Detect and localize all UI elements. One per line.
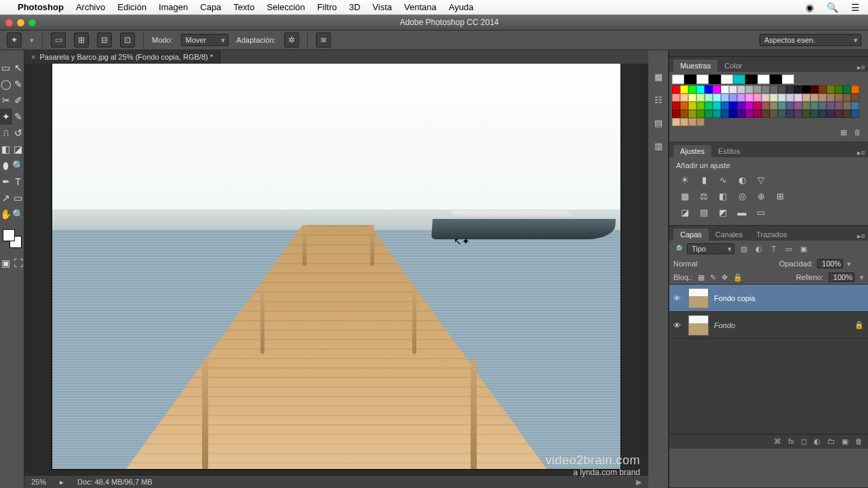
swatch[interactable] <box>786 94 794 102</box>
swatch[interactable] <box>737 85 745 94</box>
swatch[interactable] <box>802 94 810 102</box>
delete-swatch-icon[interactable]: 🗑 <box>854 128 861 137</box>
swatch[interactable] <box>851 94 859 102</box>
gradient-tool-icon[interactable]: ◪ <box>12 141 24 157</box>
filter-search-icon[interactable]: 🔎 <box>673 245 683 253</box>
eyedropper-tool-icon[interactable]: ✐ <box>12 92 24 108</box>
swatch[interactable] <box>794 110 802 118</box>
panel-menu-icon[interactable]: ▸≡ <box>857 63 865 72</box>
panel-menu-icon[interactable]: ▸≡ <box>857 232 865 241</box>
panel-menu-icon[interactable]: ▸≡ <box>857 148 865 157</box>
swatch[interactable] <box>680 110 688 118</box>
levels-icon[interactable]: ▮ <box>698 174 710 186</box>
swatch[interactable] <box>705 102 713 110</box>
tab-ajustes[interactable]: Ajustes <box>673 145 711 157</box>
menu-imagen[interactable]: Imagen <box>159 2 188 12</box>
swatch[interactable] <box>794 85 802 94</box>
adaptation-gear-icon[interactable]: ✲ <box>284 33 299 47</box>
fill-chevron-icon[interactable]: ▾ <box>860 273 864 282</box>
layer-thumbnail[interactable] <box>688 315 709 336</box>
swatch[interactable] <box>827 94 835 102</box>
status-menu-icon[interactable]: ▸ <box>60 478 64 487</box>
swatch[interactable] <box>770 94 778 102</box>
new-layer-icon[interactable]: ▣ <box>842 437 848 446</box>
swatch[interactable] <box>672 85 680 94</box>
swatch[interactable] <box>729 102 737 110</box>
menu-ventana[interactable]: Ventana <box>404 2 437 12</box>
eraser-tool-icon[interactable]: ◧ <box>0 141 12 157</box>
invert-icon[interactable]: ◪ <box>679 206 691 218</box>
tab-estilos[interactable]: Estilos <box>711 145 747 157</box>
opacity-value[interactable]: 100% <box>817 259 843 268</box>
swatch[interactable] <box>729 85 737 94</box>
visibility-icon[interactable]: 👁 <box>673 294 683 302</box>
zoom-window-button[interactable] <box>28 19 36 26</box>
screenmode-icon[interactable]: ⛶ <box>12 255 24 271</box>
filter-pixel-icon[interactable]: ▧ <box>738 244 749 253</box>
swatch[interactable] <box>672 102 680 110</box>
layer-fx-icon[interactable]: fx <box>788 437 794 446</box>
layer-thumbnail[interactable] <box>688 288 709 308</box>
swatch[interactable] <box>835 85 843 94</box>
close-window-button[interactable] <box>5 19 13 26</box>
swatch[interactable] <box>737 110 745 118</box>
swatch[interactable] <box>753 102 762 110</box>
swatch[interactable] <box>843 85 851 94</box>
swatch[interactable] <box>762 94 770 102</box>
filter-adjust-icon[interactable]: ◐ <box>753 244 764 253</box>
swatch[interactable] <box>753 110 762 118</box>
colorlookup-icon[interactable]: ⊞ <box>774 190 786 202</box>
patch-tool-icon[interactable]: ✦ <box>0 108 12 125</box>
menu-filtro[interactable]: Filtro <box>317 2 337 12</box>
swatch[interactable] <box>713 110 721 118</box>
filter-smart-icon[interactable]: ▣ <box>798 244 809 253</box>
menu-archivo[interactable]: Archivo <box>76 2 105 12</box>
swatch[interactable] <box>762 85 770 94</box>
layer-row[interactable]: 👁Fondo🔒 <box>669 312 868 339</box>
swatch[interactable] <box>721 85 729 94</box>
stamp-tool-icon[interactable]: ⎍ <box>0 125 12 141</box>
new-selection-icon[interactable]: ▭ <box>51 33 66 47</box>
menu-3d[interactable]: 3D <box>349 2 361 12</box>
mode-dropdown[interactable]: Mover <box>181 34 229 46</box>
swatch[interactable] <box>696 110 705 118</box>
search-icon[interactable]: 🔍 <box>827 2 838 13</box>
lock-all-icon[interactable]: 🔒 <box>733 273 743 282</box>
add-selection-icon[interactable]: ⊞ <box>74 33 89 47</box>
photofilter-icon[interactable]: ◎ <box>736 190 748 202</box>
link-layers-icon[interactable]: ⌘ <box>774 437 781 446</box>
tab-canales[interactable]: Canales <box>709 228 749 241</box>
swatch[interactable] <box>778 102 786 110</box>
swatch[interactable] <box>770 75 782 84</box>
history-brush-tool-icon[interactable]: ↺ <box>12 125 24 141</box>
swatch[interactable] <box>672 75 684 84</box>
opacity-chevron-icon[interactable]: ▾ <box>847 260 851 268</box>
swatch[interactable] <box>818 85 827 94</box>
swatch[interactable] <box>778 85 786 94</box>
swatch[interactable] <box>762 110 770 118</box>
intersect-selection-icon[interactable]: ⊡ <box>120 33 135 47</box>
dock-collapse-bar[interactable] <box>669 50 868 57</box>
rectangle-tool-icon[interactable]: ▭ <box>12 190 24 206</box>
swatch[interactable] <box>713 94 721 102</box>
swatch[interactable] <box>713 102 721 110</box>
swatch[interactable] <box>688 102 696 110</box>
swatch[interactable] <box>770 110 778 118</box>
paragraph-panel-icon[interactable]: ▥ <box>652 140 665 152</box>
swatch[interactable] <box>835 102 843 110</box>
gradientmap-icon[interactable]: ▬ <box>736 206 748 218</box>
swatch[interactable] <box>745 102 753 110</box>
swatch[interactable] <box>696 94 705 102</box>
magic-wand-tool-icon[interactable]: ✎ <box>12 76 24 92</box>
canvas[interactable]: ↖✦ <box>52 64 620 469</box>
swatch[interactable] <box>672 110 680 118</box>
swatch[interactable] <box>782 75 794 84</box>
swatch[interactable] <box>810 85 818 94</box>
swatch[interactable] <box>680 94 688 102</box>
swatch[interactable] <box>802 102 810 110</box>
layer-row[interactable]: 👁Fondo copia <box>669 285 868 312</box>
swatch[interactable] <box>794 102 802 110</box>
curves-icon[interactable]: ∿ <box>717 174 729 186</box>
swatch[interactable] <box>684 75 696 84</box>
lock-transparency-icon[interactable]: ▦ <box>698 273 705 282</box>
